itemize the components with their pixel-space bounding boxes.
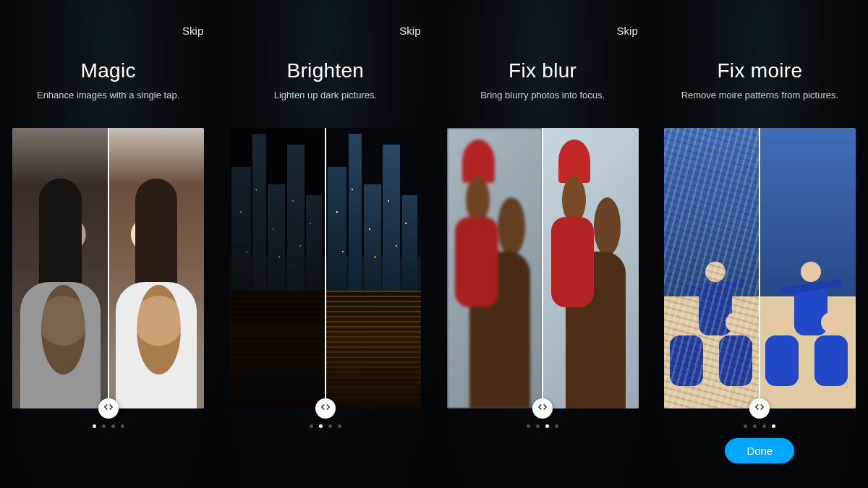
after-image [542,128,639,408]
dot-4 [338,424,341,428]
compare-handle[interactable] [749,398,770,419]
done-button[interactable]: Done [725,438,794,463]
panel-subtitle: Lighten up dark pictures. [274,90,377,100]
dot-4 [121,424,124,428]
page-dots [310,424,341,428]
skip-button[interactable]: Skip [617,25,638,37]
after-image [760,128,856,408]
dot-4 [555,424,558,428]
panel-title: Fix blur [509,59,576,82]
before-image [229,128,326,408]
dot-2 [536,424,540,428]
after-image [109,128,205,408]
compare-divider [759,128,760,408]
before-after-compare[interactable] [447,128,639,408]
panel-title: Fix moire [717,59,802,82]
skip-button[interactable]: Skip [182,25,203,37]
panel-subtitle: Enhance images with a single tap. [37,90,179,100]
panel-subtitle: Bring blurry photos into focus. [480,90,605,100]
page-dots [744,424,775,428]
compare-divider [108,128,109,408]
onboarding-panel-fix-blur: Skip Fix blur Bring blurry photos into f… [434,0,651,488]
compare-arrows-icon [537,402,548,415]
after-image [326,128,422,408]
dot-3 [762,424,766,428]
compare-arrows-icon [320,402,331,415]
before-after-compare[interactable] [12,128,204,408]
compare-divider [542,128,543,408]
panel-title: Brighten [287,59,365,82]
onboarding-panel-brighten: Skip Brighten Lighten up dark pictures. [216,0,433,488]
before-image [664,128,760,408]
page-dots [93,424,124,428]
dot-2 [319,424,323,428]
dot-3 [545,424,549,428]
dot-3 [111,424,115,428]
compare-handle[interactable] [532,398,553,419]
onboarding-row: Skip Magic Enhance images with a single … [0,0,868,488]
dot-2 [753,424,757,428]
dot-1 [310,424,313,428]
panel-subtitle: Remove moire patterns from pictures. [681,90,838,100]
dot-2 [102,424,106,428]
onboarding-panel-fix-moire: Fix moire Remove moire patterns from pic… [651,0,868,488]
before-image [12,128,109,408]
compare-arrows-icon [103,402,114,415]
page-dots [527,424,558,428]
before-after-compare[interactable] [229,128,421,408]
compare-divider [325,128,326,408]
before-after-compare[interactable] [664,128,856,408]
compare-arrows-icon [754,402,765,415]
skip-button[interactable]: Skip [399,25,420,37]
compare-handle[interactable] [98,398,119,419]
panel-title: Magic [81,59,136,82]
dot-4 [772,424,775,428]
compare-handle[interactable] [315,398,336,419]
before-image [447,128,543,408]
dot-1 [93,424,96,428]
dot-3 [328,424,332,428]
dot-1 [527,424,530,428]
dot-1 [744,424,747,428]
onboarding-panel-magic: Skip Magic Enhance images with a single … [0,0,216,488]
